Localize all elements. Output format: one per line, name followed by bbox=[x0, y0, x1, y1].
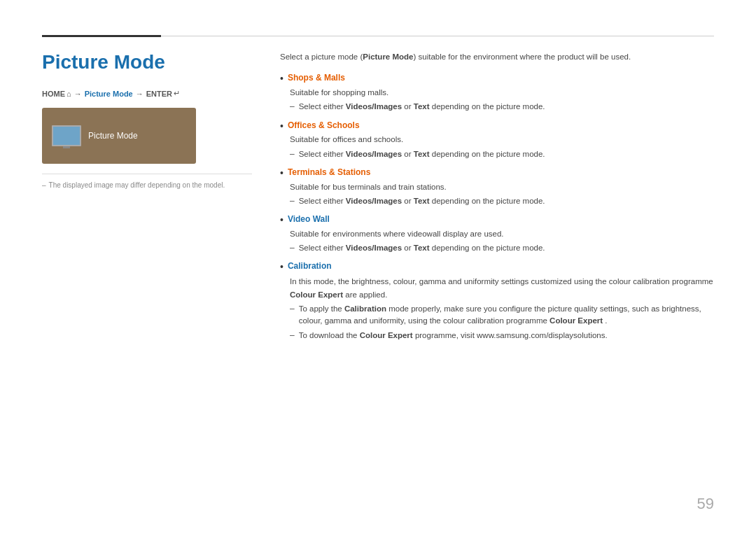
offices-schools-sub-text: Select either Videos/Images or Text depe… bbox=[299, 148, 545, 160]
page-number: 59 bbox=[697, 495, 714, 513]
calibration-bold-inline: Colour Expert bbox=[290, 290, 343, 299]
top-rule-light bbox=[161, 36, 714, 36]
video-wall-sub-text: Select either Videos/Images or Text depe… bbox=[299, 242, 545, 254]
video-wall-desc: Suitable for environments where videowal… bbox=[290, 228, 714, 240]
calibration-sub-text-2: To download the Colour Expert programme,… bbox=[299, 330, 608, 342]
offices-schools-desc: Suitable for offices and schools. bbox=[290, 134, 714, 146]
preview-screen-icon bbox=[52, 125, 81, 146]
intro-bold: Picture Mode bbox=[363, 52, 413, 61]
nav-arrow2: → bbox=[136, 90, 144, 98]
intro-after: ) suitable for the environment where the… bbox=[413, 52, 631, 61]
video-wall-sub1: – Select either Videos/Images or Text de… bbox=[290, 242, 714, 254]
sub-dash-4: – bbox=[290, 243, 295, 253]
bullet-dot-2: • bbox=[280, 120, 284, 132]
nav-arrow1: → bbox=[74, 90, 82, 98]
terminals-stations-title: Terminals & Stations bbox=[288, 167, 370, 177]
nav-home-label: HOME bbox=[42, 90, 65, 98]
note-content: The displayed image may differ depending… bbox=[49, 181, 225, 189]
calibration-desc-after: are applied. bbox=[343, 290, 387, 299]
bullet-dot-5: • bbox=[280, 261, 284, 273]
section-terminals-stations: • Terminals & Stations Suitable for bus … bbox=[280, 167, 714, 207]
calibration-sub2: – To download the Colour Expert programm… bbox=[290, 330, 714, 342]
calibration-sub-text-1: To apply the Calibration mode properly, … bbox=[299, 303, 714, 328]
section-calibration: • Calibration In this mode, the brightne… bbox=[280, 261, 714, 341]
top-rule-dark bbox=[42, 35, 161, 37]
note-text: –The displayed image may differ dependin… bbox=[42, 181, 252, 189]
left-column: Picture Mode HOME ⌂ → Picture Mode → ENT… bbox=[42, 51, 252, 349]
top-rules bbox=[42, 35, 714, 37]
section-shops-malls: • Shops & Malls Suitable for shopping ma… bbox=[280, 73, 714, 113]
bullet-dot-3: • bbox=[280, 167, 284, 179]
nav-enter-icon: ↵ bbox=[174, 89, 180, 98]
page-title: Picture Mode bbox=[42, 51, 252, 73]
video-wall-title-row: • Video Wall bbox=[280, 214, 714, 226]
intro-before: Select a picture mode ( bbox=[280, 52, 363, 61]
terminals-stations-desc: Suitable for bus terminals and train sta… bbox=[290, 181, 714, 193]
bullet-dot-1: • bbox=[280, 73, 284, 85]
nav-home-icon: ⌂ bbox=[66, 90, 71, 98]
content-area: Picture Mode HOME ⌂ → Picture Mode → ENT… bbox=[42, 51, 714, 349]
sub-dash-5b: – bbox=[290, 330, 295, 340]
right-column: Select a picture mode (Picture Mode) sui… bbox=[280, 51, 714, 349]
terminals-stations-title-row: • Terminals & Stations bbox=[280, 167, 714, 179]
sub-dash-5a: – bbox=[290, 304, 295, 314]
nav-enter-label: ENTER bbox=[146, 90, 172, 98]
section-offices-schools: • Offices & Schools Suitable for offices… bbox=[280, 120, 714, 160]
calibration-title-row: • Calibration bbox=[280, 261, 714, 273]
shops-malls-sub-text: Select either Videos/Images or Text depe… bbox=[299, 101, 545, 113]
intro-text: Select a picture mode (Picture Mode) sui… bbox=[280, 51, 714, 63]
offices-schools-title: Offices & Schools bbox=[288, 120, 360, 130]
divider-line bbox=[42, 174, 252, 174]
nav-picture-mode-link: Picture Mode bbox=[85, 90, 133, 98]
section-video-wall: • Video Wall Suitable for environments w… bbox=[280, 214, 714, 254]
calibration-long-desc: In this mode, the brightness, colour, ga… bbox=[290, 275, 714, 301]
shops-malls-title: Shops & Malls bbox=[288, 73, 345, 83]
preview-label: Picture Mode bbox=[88, 131, 138, 141]
offices-schools-title-row: • Offices & Schools bbox=[280, 120, 714, 132]
calibration-desc-before: In this mode, the brightness, colour, ga… bbox=[290, 277, 713, 286]
video-wall-title: Video Wall bbox=[288, 214, 330, 224]
calibration-title: Calibration bbox=[288, 261, 332, 271]
calibration-sub1: – To apply the Calibration mode properly… bbox=[290, 303, 714, 328]
shops-malls-title-row: • Shops & Malls bbox=[280, 73, 714, 85]
sub-dash-1: – bbox=[290, 101, 295, 111]
note-dash: – bbox=[42, 181, 46, 189]
sub-dash-2: – bbox=[290, 149, 295, 159]
nav-path: HOME ⌂ → Picture Mode → ENTER ↵ bbox=[42, 89, 252, 98]
terminals-stations-sub-text: Select either Videos/Images or Text depe… bbox=[299, 195, 545, 207]
bullet-dot-4: • bbox=[280, 214, 284, 226]
shops-malls-desc: Suitable for shopping malls. bbox=[290, 87, 714, 99]
sub-dash-3: – bbox=[290, 196, 295, 206]
offices-schools-sub1: – Select either Videos/Images or Text de… bbox=[290, 148, 714, 160]
page-container: Picture Mode HOME ⌂ → Picture Mode → ENT… bbox=[0, 0, 756, 534]
shops-malls-sub1: – Select either Videos/Images or Text de… bbox=[290, 101, 714, 113]
terminals-stations-sub1: – Select either Videos/Images or Text de… bbox=[290, 195, 714, 207]
preview-box: Picture Mode bbox=[42, 108, 196, 164]
